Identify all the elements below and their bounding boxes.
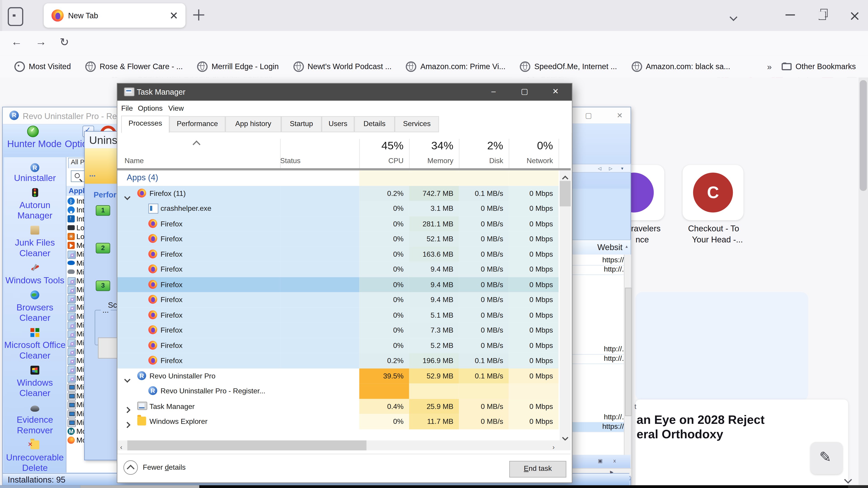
menu-view[interactable]: View: [168, 104, 184, 112]
process-row[interactable]: RRevo Uninstaller Pro39.5%52.9 MB0.1 MB/…: [117, 368, 559, 383]
process-row[interactable]: Firefox0%281.1 MB0 MB/s0 Mbps: [117, 216, 559, 231]
process-row[interactable]: Firefox0%9.4 MB0 MB/s0 Mbps: [117, 277, 559, 292]
scrollbar-thumb[interactable]: [625, 288, 631, 416]
column-disk[interactable]: Disk: [459, 157, 503, 165]
expand-chevron-icon[interactable]: [125, 374, 129, 384]
column-status[interactable]: Status: [280, 157, 308, 165]
hunter-mode-label[interactable]: Hunter Mode: [7, 139, 62, 150]
bookmark-item[interactable]: Merrill Edge - Login: [197, 61, 279, 72]
disk-total[interactable]: 2%: [459, 139, 503, 152]
column-cpu[interactable]: CPU: [359, 157, 403, 165]
process-row[interactable]: Firefox0%5.1 MB0 MB/s0 Mbps: [117, 307, 559, 322]
next-icon[interactable]: ▷: [609, 166, 612, 171]
process-row[interactable]: Task Manager0.4%25.9 MB0 MB/s0 Mbps: [117, 398, 559, 414]
scroll-left-icon[interactable]: ‹: [120, 443, 122, 451]
bookmarks-overflow-icon[interactable]: »: [767, 62, 772, 71]
forward-icon[interactable]: →: [35, 35, 46, 48]
process-row[interactable]: Firefox0%9.4 MB0 MB/s0 Mbps: [117, 262, 559, 277]
network-total[interactable]: 0%: [509, 139, 553, 152]
website-cell[interactable]: http://.: [572, 413, 626, 423]
menu-options[interactable]: Options: [138, 104, 163, 112]
window-minimize-button[interactable]: [785, 14, 795, 15]
bookmark-item[interactable]: Newt's World Podcast ...: [293, 61, 392, 72]
mini-close-icon[interactable]: x: [613, 458, 616, 464]
tab-details[interactable]: Details: [354, 116, 395, 132]
process-row[interactable]: Firefox0.2%196.9 MB0.1 MB/s0 Mbps: [117, 353, 559, 368]
tab-performance[interactable]: Performance: [169, 116, 225, 132]
tab-list-chevron-icon[interactable]: [731, 12, 736, 22]
revo-table-vscrollbar[interactable]: [624, 255, 631, 468]
bookmark-item[interactable]: SpeedOf.Me, Internet ...: [520, 61, 617, 72]
edit-page-button[interactable]: ✎: [810, 442, 842, 474]
reload-icon[interactable]: ↻: [60, 35, 69, 49]
website-cell[interactable]: http://.: [572, 345, 626, 355]
fewer-details-icon[interactable]: [123, 460, 138, 475]
bookmark-item[interactable]: Rose & Flower Care - ...: [85, 61, 183, 72]
expand-chevron-icon[interactable]: [125, 419, 129, 429]
scroll-right-icon[interactable]: ›: [553, 443, 555, 451]
tab-processes[interactable]: Processes: [121, 116, 169, 133]
process-row[interactable]: Firefox0%9.4 MB0 MB/s0 Mbps: [117, 292, 559, 307]
website-cell[interactable]: https://: [572, 422, 626, 432]
column-memory[interactable]: Memory: [409, 157, 454, 165]
sidebar-item-uninstaller[interactable]: RUninstaller: [4, 162, 66, 183]
expand-chevron-icon[interactable]: [125, 404, 129, 414]
sidebar-item-junk-files-cleaner[interactable]: Junk Files Cleaner: [4, 226, 66, 258]
website-cell[interactable]: https://: [572, 256, 626, 265]
bookmark-item[interactable]: Amazon.com: Prime Vi...: [406, 61, 505, 72]
memory-total[interactable]: 34%: [409, 139, 454, 152]
dropdown-icon[interactable]: ▾: [621, 166, 623, 171]
process-row[interactable]: Firefox0%5.2 MB0 MB/s0 Mbps: [117, 338, 559, 353]
tm-maximize-button[interactable]: ▢: [512, 84, 537, 101]
tm-hscrollbar[interactable]: ‹ ›: [117, 440, 571, 450]
process-row[interactable]: Firefox (11)0.2%742.7 MB0.1 MB/s0 Mbps: [117, 186, 559, 201]
browser-tab[interactable]: New Tab: [43, 3, 185, 28]
column-network[interactable]: Network: [509, 157, 553, 165]
process-row[interactable]: crashhelper.exe0%3.1 MB0 MB/s0 Mbps: [117, 201, 559, 216]
process-row[interactable]: RRevo Uninstaller Pro - Register...: [117, 383, 559, 398]
back-icon[interactable]: ←: [11, 35, 22, 48]
end-task-button[interactable]: End task: [509, 461, 566, 477]
tab-startup[interactable]: Startup: [281, 116, 322, 132]
prev-icon[interactable]: ◁: [598, 166, 601, 171]
group-header-row[interactable]: Apps (4): [117, 170, 559, 186]
page-scroll-down-icon[interactable]: [845, 475, 851, 485]
mini-restore-icon[interactable]: ▣: [598, 458, 602, 464]
process-row[interactable]: Firefox0%52.1 MB0 MB/s0 Mbps: [117, 231, 559, 247]
process-row[interactable]: Firefox0%163.6 MB0 MB/s0 Mbps: [117, 247, 559, 262]
sidebar-item-evidence-remover[interactable]: Evidence Remover: [4, 403, 66, 435]
tm-minimize-button[interactable]: –: [481, 84, 506, 101]
page-scrollbar[interactable]: [859, 77, 868, 488]
tm-close-button[interactable]: ✕: [543, 84, 568, 101]
other-bookmarks[interactable]: Other Bookmarks: [782, 62, 856, 71]
shortcut-tile-checkout[interactable]: C: [683, 165, 743, 220]
scrollbar-thumb[interactable]: [127, 440, 366, 450]
column-name[interactable]: Name: [125, 157, 144, 165]
window-close-button[interactable]: [851, 11, 860, 20]
website-column-header[interactable]: Websit ▴: [572, 239, 631, 256]
website-cell[interactable]: http://.: [572, 354, 626, 364]
new-tab-button[interactable]: [193, 9, 204, 21]
menu-file[interactable]: File: [121, 104, 133, 112]
process-row[interactable]: Windows Explorer0%11.7 MB0 MB/s0 Mbps: [117, 414, 559, 429]
scrollbar-thumb[interactable]: [860, 80, 867, 191]
scrollbar-thumb[interactable]: [560, 181, 571, 206]
revo-maximize-icon[interactable]: ▢: [585, 111, 592, 120]
expand-chevron-icon[interactable]: [125, 191, 129, 201]
tm-vscrollbar[interactable]: [560, 170, 571, 440]
tab-services[interactable]: Services: [395, 116, 439, 132]
sidebar-item-windows-cleaner[interactable]: Windows Cleaner: [4, 366, 66, 398]
website-cell[interactable]: http://.: [572, 265, 626, 275]
cpu-total[interactable]: 45%: [359, 139, 403, 152]
tab-close-icon[interactable]: [170, 11, 178, 19]
bookmark-item[interactable]: Most Visited: [14, 61, 71, 72]
sidebar-item-microsoft-office-cleaner[interactable]: Microsoft Office Cleaner: [4, 328, 66, 361]
sidebar-item-windows-tools[interactable]: Windows Tools: [4, 263, 66, 286]
process-row[interactable]: Firefox0%7.3 MB0 MB/s0 Mbps: [117, 323, 559, 338]
bookmark-item[interactable]: Amazon.com: black sa...: [631, 61, 730, 72]
hunter-mode-icon[interactable]: [27, 126, 39, 137]
firefox-view-icon[interactable]: [8, 7, 23, 26]
tab-app-history[interactable]: App history: [225, 116, 281, 132]
window-restore-button[interactable]: [819, 11, 826, 20]
tab-users[interactable]: Users: [322, 116, 354, 132]
